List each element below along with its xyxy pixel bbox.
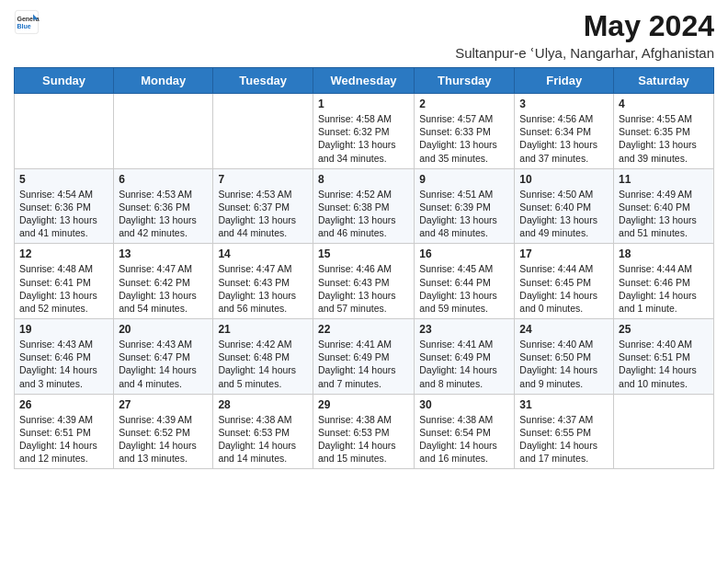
- calendar-day-cell: 17Sunrise: 4:44 AM Sunset: 6:45 PM Dayli…: [515, 244, 614, 319]
- logo: General Blue: [14, 9, 40, 35]
- day-number: 19: [19, 323, 108, 336]
- day-info: Sunrise: 4:52 AM Sunset: 6:38 PM Dayligh…: [318, 188, 409, 240]
- day-number: 7: [218, 173, 308, 186]
- day-info: Sunrise: 4:41 AM Sunset: 6:49 PM Dayligh…: [318, 338, 409, 390]
- day-info: Sunrise: 4:37 AM Sunset: 6:55 PM Dayligh…: [519, 413, 609, 465]
- calendar-week-row: 1Sunrise: 4:58 AM Sunset: 6:32 PM Daylig…: [15, 94, 714, 169]
- calendar-day-cell: 5Sunrise: 4:54 AM Sunset: 6:36 PM Daylig…: [15, 168, 114, 244]
- calendar-day-cell: 27Sunrise: 4:39 AM Sunset: 6:52 PM Dayli…: [114, 394, 213, 469]
- calendar-week-row: 19Sunrise: 4:43 AM Sunset: 6:46 PM Dayli…: [15, 319, 714, 395]
- day-number: 21: [218, 323, 308, 336]
- day-info: Sunrise: 4:44 AM Sunset: 6:46 PM Dayligh…: [619, 262, 709, 315]
- day-info: Sunrise: 4:55 AM Sunset: 6:35 PM Dayligh…: [619, 112, 709, 165]
- calendar-day-cell: 2Sunrise: 4:57 AM Sunset: 6:33 PM Daylig…: [415, 94, 515, 169]
- svg-rect-0: [15, 10, 38, 33]
- day-info: Sunrise: 4:46 AM Sunset: 6:43 PM Dayligh…: [318, 262, 409, 315]
- calendar-day-cell: 19Sunrise: 4:43 AM Sunset: 6:46 PM Dayli…: [15, 319, 114, 395]
- day-number: 18: [619, 247, 709, 260]
- day-info: Sunrise: 4:53 AM Sunset: 6:36 PM Dayligh…: [119, 188, 208, 240]
- day-info: Sunrise: 4:53 AM Sunset: 6:37 PM Dayligh…: [218, 188, 308, 240]
- day-info: Sunrise: 4:38 AM Sunset: 6:53 PM Dayligh…: [318, 413, 409, 465]
- day-number: 9: [419, 173, 509, 186]
- day-info: Sunrise: 4:43 AM Sunset: 6:47 PM Dayligh…: [119, 338, 208, 390]
- day-number: 15: [318, 247, 409, 260]
- calendar-week-row: 5Sunrise: 4:54 AM Sunset: 6:36 PM Daylig…: [15, 168, 714, 244]
- day-info: Sunrise: 4:38 AM Sunset: 6:53 PM Dayligh…: [218, 413, 308, 465]
- calendar-day-cell: 18Sunrise: 4:44 AM Sunset: 6:46 PM Dayli…: [614, 244, 714, 319]
- day-number: 17: [519, 247, 609, 260]
- calendar-day-cell: 10Sunrise: 4:50 AM Sunset: 6:40 PM Dayli…: [515, 168, 614, 244]
- day-info: Sunrise: 4:56 AM Sunset: 6:34 PM Dayligh…: [519, 112, 609, 165]
- day-info: Sunrise: 4:48 AM Sunset: 6:41 PM Dayligh…: [19, 262, 108, 315]
- day-number: 20: [119, 323, 208, 336]
- title-block: May 2024 Sultanpur-e ʿUlya, Nangarhar, A…: [455, 9, 714, 62]
- day-of-week-header: Sunday: [15, 68, 114, 94]
- calendar-day-cell: 9Sunrise: 4:51 AM Sunset: 6:39 PM Daylig…: [415, 168, 515, 244]
- day-number: 12: [19, 247, 108, 260]
- calendar-day-cell: 31Sunrise: 4:37 AM Sunset: 6:55 PM Dayli…: [515, 394, 614, 469]
- day-number: 31: [519, 398, 609, 411]
- calendar-day-cell: [15, 94, 114, 169]
- calendar-week-row: 26Sunrise: 4:39 AM Sunset: 6:51 PM Dayli…: [15, 394, 714, 469]
- calendar-day-cell: 26Sunrise: 4:39 AM Sunset: 6:51 PM Dayli…: [15, 394, 114, 469]
- calendar-day-cell: 24Sunrise: 4:40 AM Sunset: 6:50 PM Dayli…: [515, 319, 614, 395]
- day-info: Sunrise: 4:39 AM Sunset: 6:52 PM Dayligh…: [119, 413, 208, 465]
- day-number: 5: [19, 173, 108, 186]
- day-number: 16: [419, 247, 509, 260]
- day-number: 24: [519, 323, 609, 336]
- day-number: 6: [119, 173, 208, 186]
- day-info: Sunrise: 4:57 AM Sunset: 6:33 PM Dayligh…: [419, 112, 509, 165]
- page-header: General Blue May 2024 Sultanpur-e ʿUlya,…: [14, 9, 714, 62]
- day-number: 22: [318, 323, 409, 336]
- day-number: 26: [19, 398, 108, 411]
- day-number: 28: [218, 398, 308, 411]
- day-number: 25: [619, 323, 709, 336]
- calendar-table: SundayMondayTuesdayWednesdayThursdayFrid…: [14, 67, 714, 469]
- calendar-day-cell: 7Sunrise: 4:53 AM Sunset: 6:37 PM Daylig…: [213, 168, 313, 244]
- calendar-day-cell: 13Sunrise: 4:47 AM Sunset: 6:42 PM Dayli…: [114, 244, 213, 319]
- day-of-week-header: Monday: [114, 68, 213, 94]
- day-number: 1: [318, 98, 409, 110]
- calendar-day-cell: 30Sunrise: 4:38 AM Sunset: 6:54 PM Dayli…: [415, 394, 515, 469]
- day-info: Sunrise: 4:43 AM Sunset: 6:46 PM Dayligh…: [19, 338, 108, 390]
- day-number: 13: [119, 247, 208, 260]
- day-info: Sunrise: 4:39 AM Sunset: 6:51 PM Dayligh…: [19, 413, 108, 465]
- calendar-day-cell: [614, 394, 714, 469]
- calendar-day-cell: 6Sunrise: 4:53 AM Sunset: 6:36 PM Daylig…: [114, 168, 213, 244]
- month-title: May 2024: [455, 9, 714, 43]
- calendar-day-cell: 29Sunrise: 4:38 AM Sunset: 6:53 PM Dayli…: [313, 394, 414, 469]
- location-subtitle: Sultanpur-e ʿUlya, Nangarhar, Afghanista…: [455, 45, 714, 62]
- day-of-week-header: Wednesday: [313, 68, 414, 94]
- day-info: Sunrise: 4:47 AM Sunset: 6:42 PM Dayligh…: [119, 262, 208, 315]
- day-info: Sunrise: 4:49 AM Sunset: 6:40 PM Dayligh…: [619, 188, 709, 240]
- day-info: Sunrise: 4:44 AM Sunset: 6:45 PM Dayligh…: [519, 262, 609, 315]
- day-number: 29: [318, 398, 409, 411]
- calendar-day-cell: 16Sunrise: 4:45 AM Sunset: 6:44 PM Dayli…: [415, 244, 515, 319]
- day-of-week-header: Saturday: [614, 68, 714, 94]
- day-info: Sunrise: 4:50 AM Sunset: 6:40 PM Dayligh…: [519, 188, 609, 240]
- day-info: Sunrise: 4:54 AM Sunset: 6:36 PM Dayligh…: [19, 188, 108, 240]
- day-info: Sunrise: 4:40 AM Sunset: 6:51 PM Dayligh…: [619, 338, 709, 390]
- day-info: Sunrise: 4:51 AM Sunset: 6:39 PM Dayligh…: [419, 188, 509, 240]
- calendar-day-cell: [213, 94, 313, 169]
- day-info: Sunrise: 4:45 AM Sunset: 6:44 PM Dayligh…: [419, 262, 509, 315]
- calendar-day-cell: 22Sunrise: 4:41 AM Sunset: 6:49 PM Dayli…: [313, 319, 414, 395]
- calendar-day-cell: 8Sunrise: 4:52 AM Sunset: 6:38 PM Daylig…: [313, 168, 414, 244]
- calendar-day-cell: 15Sunrise: 4:46 AM Sunset: 6:43 PM Dayli…: [313, 244, 414, 319]
- calendar-day-cell: 4Sunrise: 4:55 AM Sunset: 6:35 PM Daylig…: [614, 94, 714, 169]
- svg-text:Blue: Blue: [17, 23, 31, 29]
- calendar-day-cell: 28Sunrise: 4:38 AM Sunset: 6:53 PM Dayli…: [213, 394, 313, 469]
- calendar-day-cell: 20Sunrise: 4:43 AM Sunset: 6:47 PM Dayli…: [114, 319, 213, 395]
- calendar-day-cell: 12Sunrise: 4:48 AM Sunset: 6:41 PM Dayli…: [15, 244, 114, 319]
- calendar-week-row: 12Sunrise: 4:48 AM Sunset: 6:41 PM Dayli…: [15, 244, 714, 319]
- day-info: Sunrise: 4:42 AM Sunset: 6:48 PM Dayligh…: [218, 338, 308, 390]
- day-of-week-header: Friday: [515, 68, 614, 94]
- calendar-day-cell: 11Sunrise: 4:49 AM Sunset: 6:40 PM Dayli…: [614, 168, 714, 244]
- day-number: 10: [519, 173, 609, 186]
- day-number: 3: [519, 98, 609, 110]
- calendar-day-cell: 14Sunrise: 4:47 AM Sunset: 6:43 PM Dayli…: [213, 244, 313, 319]
- day-number: 27: [119, 398, 208, 411]
- calendar-day-cell: 21Sunrise: 4:42 AM Sunset: 6:48 PM Dayli…: [213, 319, 313, 395]
- day-number: 8: [318, 173, 409, 186]
- day-of-week-header: Tuesday: [213, 68, 313, 94]
